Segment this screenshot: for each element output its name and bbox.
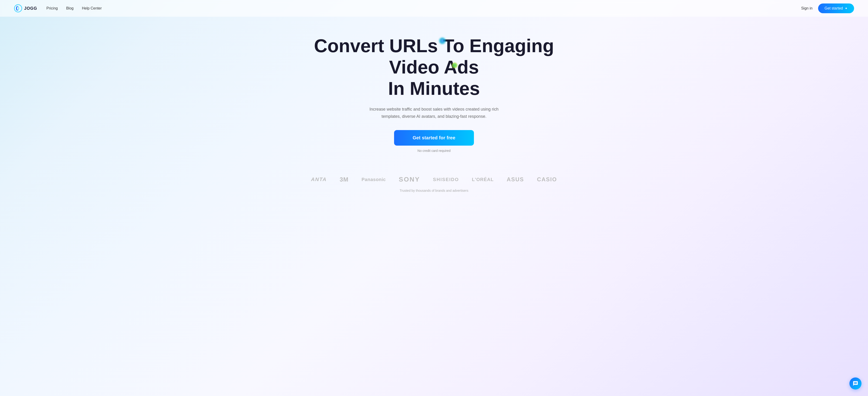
brands-section: ANTA 3M Panasonic SONY SHISEIDO L'ORÉAL …	[0, 166, 868, 206]
brand-casio-label: CASIO	[537, 176, 557, 183]
get-started-nav-button[interactable]: Get started ✦	[818, 3, 854, 13]
svg-point-0	[14, 5, 22, 12]
blob-green-decoration	[452, 63, 458, 68]
hero-title: Convert URLs To Engaging Video Ads In Mi…	[306, 35, 562, 99]
nav-item-help[interactable]: Help Center	[82, 6, 102, 10]
brand-casio: CASIO	[537, 176, 557, 183]
nav-link-pricing[interactable]: Pricing	[46, 6, 58, 10]
brand-asus-label: ASUS	[507, 176, 524, 183]
chat-bubble-button[interactable]	[849, 377, 862, 390]
nav-link-blog[interactable]: Blog	[66, 6, 73, 10]
logo-icon	[14, 4, 22, 12]
brands-caption: Trusted by thousands of brands and adver…	[400, 189, 468, 192]
nav-right: Sign in Get started ✦	[801, 3, 854, 13]
brand-loreal: L'ORÉAL	[472, 177, 494, 182]
nav-link-help[interactable]: Help Center	[82, 6, 102, 10]
nav-left: JOGG Pricing Blog Help Center	[14, 4, 102, 12]
brand-3m-label: 3M	[340, 176, 349, 183]
brand-panasonic-label: Panasonic	[362, 177, 386, 182]
no-credit-card-note: No credit card required	[417, 149, 451, 153]
get-started-hero-button[interactable]: Get started for free	[394, 130, 474, 145]
brand-sony: SONY	[399, 176, 420, 183]
logo-text: JOGG	[24, 6, 37, 11]
nav-item-blog[interactable]: Blog	[66, 6, 73, 10]
chat-icon	[853, 381, 858, 386]
hero-title-line1: Convert URLs To Engaging Video Ads	[314, 35, 554, 77]
brand-asus: ASUS	[507, 176, 524, 183]
nav-links: Pricing Blog Help Center	[46, 6, 102, 10]
sign-in-button[interactable]: Sign in	[801, 6, 812, 10]
sparkle-icon: ✦	[845, 6, 847, 10]
navigation: JOGG Pricing Blog Help Center Sign in Ge…	[0, 0, 868, 17]
brand-shiseido-label: SHISEIDO	[433, 177, 459, 182]
blob-blue-decoration	[439, 38, 445, 44]
nav-item-pricing[interactable]: Pricing	[46, 6, 58, 10]
brands-row: ANTA 3M Panasonic SONY SHISEIDO L'ORÉAL …	[311, 176, 557, 183]
logo[interactable]: JOGG	[14, 4, 37, 12]
brand-anta-label: ANTA	[311, 176, 327, 182]
cta-group: Get started for free No credit card requ…	[394, 130, 474, 153]
get-started-nav-label: Get started	[825, 6, 843, 10]
brand-anta: ANTA	[311, 176, 327, 183]
brand-shiseido: SHISEIDO	[433, 177, 459, 182]
brand-sony-label: SONY	[399, 176, 420, 183]
hero-subtitle: Increase website traffic and boost sales…	[369, 106, 499, 120]
brand-loreal-label: L'ORÉAL	[472, 177, 494, 182]
hero-section: Convert URLs To Engaging Video Ads In Mi…	[0, 17, 868, 166]
hero-title-line2: In Minutes	[388, 78, 480, 99]
brand-panasonic: Panasonic	[362, 177, 386, 182]
brand-3m: 3M	[340, 176, 349, 183]
